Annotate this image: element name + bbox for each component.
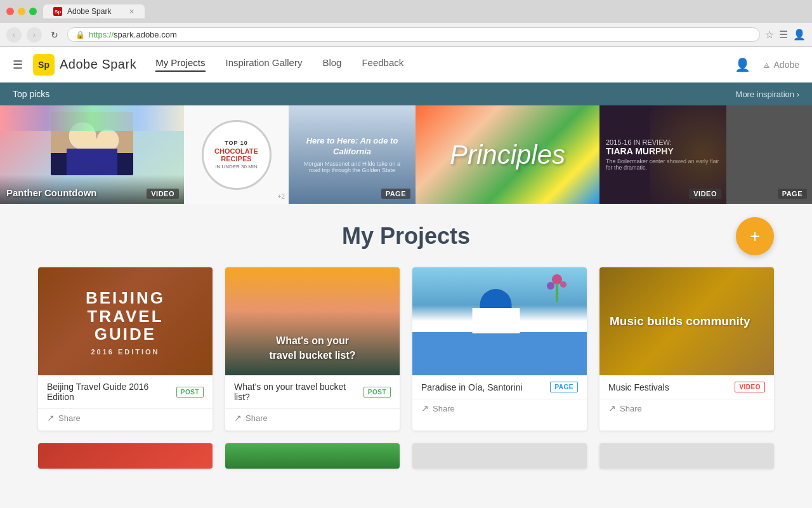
logo-badge: Sp [33, 54, 55, 76]
user-account-icon[interactable]: 👤 [735, 57, 750, 72]
svg-rect-9 [556, 283, 558, 302]
carousel-item-recipes[interactable]: TOP 10 CHOCOLATERECIPES IN UNDER 30 MIN … [184, 105, 289, 204]
projects-grid: BEIJINGTRAVELGUIDE 2016 EDITION Beijing … [38, 267, 774, 431]
travel-card-image: What's on yourtravel bucket list? [225, 267, 400, 375]
travel-type-badge: POST [363, 387, 391, 398]
travel-card-info: What's on your travel bucket list? POST [225, 375, 400, 408]
close-window-button[interactable] [6, 8, 14, 15]
tab-title: Adobe Spark [67, 7, 111, 16]
beijing-title-text: BEIJINGTRAVELGUIDE [86, 289, 165, 344]
music-card-info: Music Festivals VIDEO [599, 375, 774, 399]
california-main: Here to Here: An ode to California [289, 136, 416, 157]
top-picks-bar: Top picks More inspiration › [0, 83, 812, 105]
panther-badge: Video [147, 189, 179, 199]
santorini-type-badge: PAGE [550, 382, 578, 392]
nav-my-projects[interactable]: My Projects [155, 57, 205, 72]
recipes-main: CHOCOLATERECIPES [214, 147, 258, 163]
more-inspiration-link[interactable]: More inspiration › [736, 90, 799, 99]
music-share-button[interactable]: ↗ Share [608, 403, 642, 413]
dome-body [472, 308, 520, 333]
travel-share-button[interactable]: ↗ Share [234, 413, 268, 423]
add-project-button[interactable]: + [736, 217, 774, 255]
recipes-sub: IN UNDER 30 MIN [215, 164, 258, 170]
forward-button[interactable]: › [27, 27, 42, 43]
beijing-card-info: Beijing Travel Guide 2016 Edition POST [38, 375, 213, 408]
last-badge: Page [778, 189, 807, 199]
second-row-cards [38, 443, 774, 469]
adobe-label: Adobe [774, 60, 799, 70]
carousel-item-panther[interactable]: Panther Countdown Video [0, 105, 184, 204]
dome-top [480, 289, 511, 308]
nav-feedback[interactable]: Feedback [362, 57, 403, 72]
url-display: https://spark.adobe.com [89, 30, 177, 39]
partial-card-1[interactable] [225, 443, 400, 469]
adobe-logo: ⟁ Adobe [763, 58, 799, 71]
svg-point-7 [547, 282, 554, 290]
svg-point-6 [552, 274, 562, 284]
santorini-share-button[interactable]: ↗ Share [421, 403, 455, 413]
hamburger-menu-icon[interactable]: ☰ [13, 58, 23, 72]
maximize-window-button[interactable] [29, 8, 37, 15]
nav-blog[interactable]: Blog [322, 57, 341, 72]
nav-inspiration-gallery[interactable]: Inspiration Gallery [226, 57, 303, 72]
flowers-svg [544, 273, 570, 311]
beijing-text: BEIJINGTRAVELGUIDE 2016 EDITION [86, 286, 165, 356]
recipes-top: TOP 10 [225, 140, 248, 146]
tiara-badge: Video [689, 189, 721, 199]
menu-icon[interactable]: ☰ [779, 29, 788, 41]
beijing-subtitle: 2016 EDITION [86, 347, 165, 356]
travel-share-label: Share [246, 413, 268, 423]
back-button[interactable]: ‹ [6, 27, 22, 43]
carousel-item-california[interactable]: Here to Here: An ode to California Morga… [289, 105, 416, 204]
svg-point-8 [560, 281, 566, 288]
my-projects-section: My Projects + BEIJINGTRAVELGUIDE 2016 ED… [0, 204, 812, 481]
principles-text: Principles [450, 140, 565, 170]
browser-tab[interactable]: Sp Adobe Spark ✕ [43, 4, 145, 18]
music-type-badge: VIDEO [735, 382, 765, 392]
profile-icon[interactable]: 👤 [793, 29, 806, 41]
bookmark-icon[interactable]: ☆ [765, 29, 774, 41]
project-card-music[interactable]: Music builds community Music Festivals V… [599, 267, 774, 431]
app-nav: ☰ Sp Adobe Spark My Projects Inspiration… [0, 47, 812, 83]
page-title: My Projects [342, 223, 470, 250]
browser-window-controls [6, 8, 37, 15]
address-bar[interactable]: 🔒 https://spark.adobe.com [67, 27, 760, 42]
travel-card-title: What's on your travel bucket list? [234, 382, 363, 402]
carousel-item-last[interactable]: Page [726, 105, 812, 204]
https-prefix: https:// [89, 30, 114, 39]
california-badge: Page [381, 189, 410, 199]
project-card-santorini[interactable]: Paradise in Oía, Santorini PAGE ↗ Share [412, 267, 587, 431]
recipes-circle: TOP 10 CHOCOLATERECIPES IN UNDER 30 MIN [202, 120, 272, 190]
santorini-dome [480, 289, 520, 333]
nav-right: 👤 ⟁ Adobe [735, 57, 799, 72]
browser-toolbar: ‹ › ↻ 🔒 https://spark.adobe.com ☆ ☰ 👤 [0, 23, 812, 47]
minimize-window-button[interactable] [18, 8, 25, 15]
adobe-symbol-icon: ⟁ [763, 58, 770, 71]
music-card-image: Music builds community [599, 267, 774, 375]
inspiration-carousel: Panther Countdown Video TOP 10 CHOCOLATE… [0, 105, 812, 204]
travel-card-footer: ↗ Share [225, 408, 400, 431]
music-share-label: Share [620, 404, 642, 413]
beijing-share-label: Share [58, 413, 81, 423]
project-card-beijing[interactable]: BEIJINGTRAVELGUIDE 2016 EDITION Beijing … [38, 267, 213, 431]
travel-text: What's on yourtravel bucket list? [259, 334, 365, 363]
santorini-card-image [412, 267, 587, 375]
music-text: Music builds community [610, 314, 750, 330]
carousel-item-principles[interactable]: Principles [416, 105, 599, 204]
share-icon-2: ↗ [234, 413, 242, 423]
nav-links: My Projects Inspiration Gallery Blog Fee… [155, 57, 734, 72]
partial-card-0[interactable] [38, 443, 213, 469]
carousel-item-tiara[interactable]: 2015-16 IN REVIEW: TIARA MURPHY The Boil… [599, 105, 726, 204]
tab-favicon: Sp [53, 7, 62, 16]
browser-toolbar-right: ☆ ☰ 👤 [765, 29, 806, 41]
app-logo[interactable]: Sp Adobe Spark [33, 54, 136, 76]
share-icon-3: ↗ [421, 403, 429, 413]
beijing-type-badge: POST [176, 387, 204, 398]
music-card-title: Music Festivals [608, 382, 669, 392]
tab-close-button[interactable]: ✕ [129, 8, 134, 16]
california-text: Here to Here: An ode to California Morga… [289, 136, 416, 174]
plus-icon: + [750, 226, 760, 246]
refresh-button[interactable]: ↻ [47, 27, 62, 43]
project-card-travel[interactable]: What's on yourtravel bucket list? What's… [225, 267, 400, 431]
beijing-share-button[interactable]: ↗ Share [47, 413, 81, 423]
